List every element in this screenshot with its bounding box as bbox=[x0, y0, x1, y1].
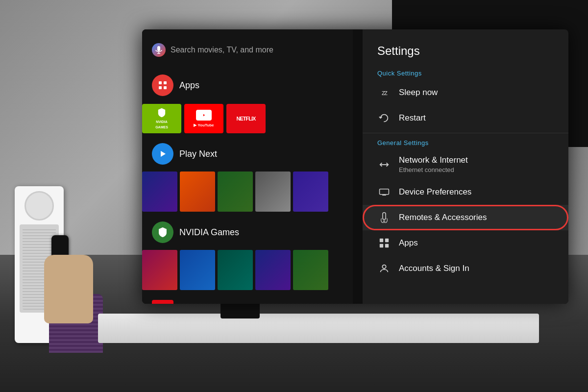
settings-title: Settings bbox=[363, 39, 568, 66]
network-label: Network & Internet bbox=[399, 155, 554, 165]
search-placeholder: Search movies, TV, and more bbox=[171, 46, 273, 54]
netflix-icon: N bbox=[152, 300, 173, 304]
play-next-row-header[interactable]: Play Next bbox=[142, 139, 353, 169]
shelf bbox=[98, 314, 539, 343]
general-settings-label: General Settings bbox=[363, 135, 568, 149]
settings-restart[interactable]: Restart bbox=[363, 105, 568, 131]
netflix-section: N Netflix bbox=[142, 296, 353, 304]
search-bar[interactable]: Search movies, TV, and more bbox=[142, 39, 353, 61]
nvidia-games-row-header[interactable]: NVIDIA Games bbox=[142, 218, 353, 247]
svg-rect-14 bbox=[380, 239, 383, 242]
nvidia-app-thumb[interactable]: NVIDIAGAMES bbox=[142, 104, 181, 133]
nvidia-games-section: NVIDIA Games bbox=[142, 218, 353, 292]
remotes-content: Remotes & Accessories bbox=[399, 213, 554, 222]
settings-device-prefs[interactable]: Device Preferences bbox=[363, 179, 568, 205]
restart-content: Restart bbox=[399, 113, 554, 123]
netflix-app-thumb[interactable]: NETFLIX bbox=[226, 104, 266, 133]
restart-icon bbox=[377, 111, 391, 125]
play-next-icon bbox=[152, 143, 173, 165]
apps-thumbnails: NVIDIAGAMES ▶ YouTube NETFLIX bbox=[142, 102, 353, 135]
accounts-content: Accounts & Sign In bbox=[399, 264, 554, 273]
settings-network[interactable]: Network & Internet Ethernet connected bbox=[363, 149, 568, 179]
play-next-label: Play Next bbox=[179, 149, 217, 159]
svg-rect-3 bbox=[159, 81, 162, 84]
svg-rect-15 bbox=[385, 239, 389, 242]
sleep-now-icon: zz bbox=[377, 86, 391, 99]
nvidia-content-5[interactable] bbox=[293, 250, 328, 290]
svg-marker-7 bbox=[161, 151, 166, 157]
quick-settings-label: Quick Settings bbox=[363, 66, 568, 80]
hand bbox=[44, 255, 93, 323]
device-prefs-content: Device Preferences bbox=[399, 187, 554, 197]
apps-settings-content: Apps bbox=[399, 238, 554, 248]
svg-rect-16 bbox=[380, 244, 383, 247]
device-prefs-label: Device Preferences bbox=[399, 187, 554, 197]
search-mic-icon bbox=[152, 43, 166, 57]
svg-rect-4 bbox=[164, 81, 167, 84]
hand-with-remote bbox=[39, 235, 103, 323]
atv-home-panel: Search movies, TV, and more Apps bbox=[142, 29, 353, 304]
speaker-tweeter bbox=[24, 191, 54, 220]
network-sublabel: Ethernet connected bbox=[399, 166, 554, 173]
tv-screen: Search movies, TV, and more Apps bbox=[142, 29, 568, 304]
apps-icon bbox=[152, 74, 173, 96]
svg-rect-0 bbox=[157, 46, 160, 51]
svg-rect-17 bbox=[385, 244, 389, 247]
network-content: Network & Internet Ethernet connected bbox=[399, 155, 554, 173]
svg-rect-6 bbox=[164, 86, 167, 89]
content-thumb-1[interactable] bbox=[142, 172, 177, 212]
nvidia-games-label: NVIDIA Games bbox=[179, 227, 239, 238]
device-prefs-icon bbox=[377, 185, 391, 199]
remotes-icon bbox=[377, 211, 391, 224]
content-thumb-2[interactable] bbox=[180, 172, 215, 212]
restart-label: Restart bbox=[399, 113, 554, 123]
network-icon bbox=[377, 158, 391, 172]
youtube-label: ▶ YouTube bbox=[194, 123, 214, 127]
sleep-now-label: Sleep now bbox=[399, 88, 554, 98]
svg-rect-5 bbox=[159, 86, 162, 89]
apps-label: Apps bbox=[179, 80, 199, 91]
svg-rect-12 bbox=[383, 213, 386, 220]
play-next-thumbnails bbox=[142, 171, 353, 214]
remotes-label: Remotes & Accessories bbox=[399, 213, 554, 222]
settings-sleep-now[interactable]: zz Sleep now bbox=[363, 80, 568, 105]
accounts-icon bbox=[377, 262, 391, 275]
apps-settings-icon bbox=[377, 236, 391, 250]
divider-1 bbox=[363, 133, 568, 133]
svg-point-13 bbox=[383, 220, 385, 222]
content-thumb-4[interactable] bbox=[255, 172, 291, 212]
settings-remotes[interactable]: Remotes & Accessories bbox=[363, 205, 568, 230]
nvidia-thumbnails bbox=[142, 249, 353, 292]
content-thumb-3[interactable] bbox=[218, 172, 253, 212]
netflix-row-header[interactable]: N Netflix bbox=[142, 296, 353, 304]
nvidia-content-3[interactable] bbox=[218, 250, 253, 290]
apps-row-header[interactable]: Apps bbox=[142, 71, 353, 100]
nvidia-games-icon bbox=[152, 221, 173, 243]
apps-section: Apps NVIDIAGAMES bbox=[142, 71, 353, 135]
nvidia-content-2[interactable] bbox=[180, 250, 215, 290]
settings-apps[interactable]: Apps bbox=[363, 230, 568, 256]
settings-panel: Settings Quick Settings zz Sleep now Res… bbox=[363, 29, 568, 304]
settings-accounts[interactable]: Accounts & Sign In bbox=[363, 256, 568, 281]
svg-point-18 bbox=[382, 265, 386, 269]
apps-settings-label: Apps bbox=[399, 238, 554, 248]
content-thumb-5[interactable] bbox=[293, 172, 328, 212]
nvidia-content-1[interactable] bbox=[142, 250, 177, 290]
play-next-section: Play Next bbox=[142, 139, 353, 214]
youtube-app-thumb[interactable]: ▶ YouTube bbox=[184, 104, 223, 133]
svg-rect-9 bbox=[380, 189, 389, 195]
sleep-now-content: Sleep now bbox=[399, 88, 554, 98]
accounts-label: Accounts & Sign In bbox=[399, 264, 554, 273]
nvidia-content-4[interactable] bbox=[255, 250, 291, 290]
